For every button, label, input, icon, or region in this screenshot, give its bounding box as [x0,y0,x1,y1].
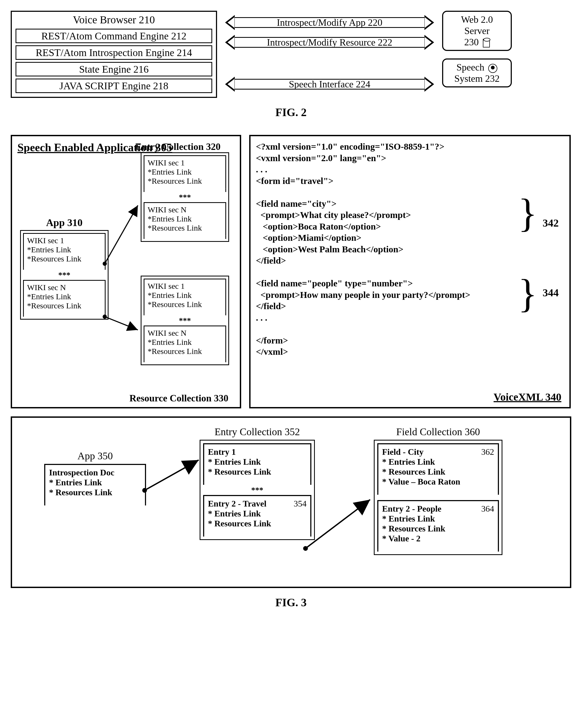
resources-link: *Resources Link [27,301,102,310]
field-collection-360-label: Field Collection 360 [374,426,502,438]
entry-doc-n: WIKI sec N *Entries Link *Resources Link [144,202,226,239]
resources-link: * Resources Link [208,467,307,477]
speech-system-line1: Speech [456,62,484,73]
ellipsis-stars: *** [144,192,226,202]
svg-line-3 [105,317,138,330]
entries-link: *Entries Link [148,291,222,300]
resource-doc-n: WIKI sec N *Entries Link *Resources Link [144,326,226,362]
resources-link: * Resources Link [49,488,141,497]
entries-link: *Entries Link [148,167,222,177]
app-310-column: App 310 WIKI sec 1 *Entries Link *Resour… [20,217,109,320]
entry-collection-320: WIKI sec 1 *Entries Link *Resources Link… [141,152,229,242]
resources-link: *Resources Link [148,223,222,232]
value-2: * Value - 2 [382,534,494,544]
app-doc-1: WIKI sec 1 *Entries Link *Resources Link [23,233,106,270]
entry-collection-352-column: Entry Collection 352 Entry 1 * Entries L… [200,426,315,540]
figure-3-caption: FIG. 3 [11,596,571,609]
entry-1-title: Entry 1 [208,447,307,457]
resources-link: * Resources Link [382,467,494,477]
web-server-box: Web 2.0 Server 230 [442,11,512,51]
resources-link: * Resources Link [382,524,494,534]
resources-link: *Resources Link [148,347,222,356]
figure-3-bottom-panel: App 350 Introspection Doc * Entries Link… [11,416,571,588]
arrow-introspect-app: Introspect/Modify App 220 [225,15,434,30]
field-city-title: Field - City [382,447,494,457]
arrow-speech-interface: Speech Interface 224 [225,77,434,92]
wiki-sec-n: WIKI sec N [148,329,222,338]
web-server-line1: Web 2.0 [447,14,507,25]
speech-system-box: Speech System 232 [442,58,512,87]
figure-2: Voice Browser 210 REST/Atom Command Engi… [11,11,571,98]
entries-link: * Entries Link [208,509,307,519]
speech-system-line2: System 232 [447,73,507,84]
ellipsis-stars: *** [144,316,226,325]
entry-collection-label: Entry Collection 320 [135,141,221,152]
wiki-sec-1: WIKI sec 1 [148,282,222,291]
wiki-sec-n: WIKI sec N [27,283,102,292]
svg-line-1 [105,205,138,264]
vb-row-introspection-engine: REST/Atom Introspection Engine 214 [16,45,212,60]
app-310-label: App 310 [20,217,109,229]
resources-link: *Resources Link [27,254,102,263]
app-doc-n: WIKI sec N *Entries Link *Resources Link [23,280,106,317]
entries-link: *Entries Link [27,245,102,254]
voicexml-title: VoiceXML 340 [494,391,561,403]
resource-doc-1: WIKI sec 1 *Entries Link *Resources Link [144,279,226,315]
voicexml-panel: <?xml version="1.0" encoding="ISO-8859-1… [249,135,571,408]
entries-link: *Entries Link [148,338,222,347]
voice-browser-box: Voice Browser 210 REST/Atom Command Engi… [11,11,217,98]
value-boca-raton: * Value – Boca Raton [382,477,494,487]
svg-line-7 [305,499,370,548]
entry-1-doc: Entry 1 * Entries Link * Resources Link [203,443,311,485]
field-collection-360-column: Field Collection 360 362 Field - City * … [374,426,502,555]
entry-collection-352-box: Entry 1 * Entries Link * Resources Link … [200,440,315,540]
arrow-introspect-resource: Introspect/Modify Resource 222 [225,35,434,50]
vb-row-command-engine: REST/Atom Command Engine 212 [16,29,212,43]
svg-line-5 [145,460,199,490]
resource-collection-label: Resource Collection 330 [130,393,228,404]
app-350-doc: Introspection Doc * Entries Link * Resou… [44,464,146,505]
resource-collection-330: WIKI sec 1 *Entries Link *Resources Link… [141,276,229,365]
vb-row-state-engine: State Engine 216 [16,62,212,76]
entries-link: *Entries Link [148,214,222,223]
field-people-doc: 364 Entry 2 - People * Entries Link * Re… [377,500,499,551]
entry-2-doc: 354 Entry 2 - Travel * Entries Link * Re… [203,495,311,537]
arrows-column: Introspect/Modify App 220 Introspect/Mod… [217,11,442,97]
ellipsis-stars: *** [23,270,106,279]
speech-head-icon [488,64,497,73]
server-icon [483,39,490,48]
app-310-box: WIKI sec 1 *Entries Link *Resources Link… [20,230,109,320]
svg-point-6 [303,546,308,551]
voice-browser-title: Voice Browser 210 [16,12,212,29]
wiki-sec-n: WIKI sec N [148,205,222,214]
figure-3-top: Speech Enabled Application 305 Entry Col… [11,135,571,408]
app-350-label: App 350 [44,450,146,462]
entries-link: * Entries Link [382,514,494,524]
entries-link: * Entries Link [49,477,141,488]
field-collection-360-box: 362 Field - City * Entries Link * Resour… [374,440,502,555]
resources-link: * Resources Link [208,519,307,528]
introspection-doc: Introspection Doc [49,468,141,477]
figure-2-caption: FIG. 2 [11,106,571,119]
resources-link: *Resources Link [148,300,222,309]
ref-362: 362 [481,447,494,457]
vb-row-js-engine: JAVA SCRIPT Engine 218 [16,79,212,93]
arrow-label: Introspect/Modify Resource 222 [235,37,424,48]
entries-link: *Entries Link [27,292,102,301]
wiki-sec-1: WIKI sec 1 [27,236,102,245]
web-server-line2: Server [447,25,507,36]
entries-link: * Entries Link [208,457,307,467]
vxml-code: <?xml version="1.0" encoding="ISO-8859-1… [256,141,564,358]
entries-link: * Entries Link [382,457,494,467]
wiki-sec-1: WIKI sec 1 [148,158,222,167]
entry-doc-1: WIKI sec 1 *Entries Link *Resources Link [144,155,226,192]
app-350-column: App 350 Introspection Doc * Entries Link… [44,450,146,505]
field-people-title: Entry 2 - People [382,504,494,514]
speech-enabled-app-panel: Speech Enabled Application 305 Entry Col… [11,135,241,408]
resources-link: *Resources Link [148,177,222,186]
field-city-doc: 362 Field - City * Entries Link * Resour… [377,443,499,495]
brace-icon: } [518,190,537,236]
web-server-line3: 230 [464,37,479,48]
entry-2-title: Entry 2 - Travel [208,499,307,509]
entry-collection-352-label: Entry Collection 352 [200,426,315,438]
